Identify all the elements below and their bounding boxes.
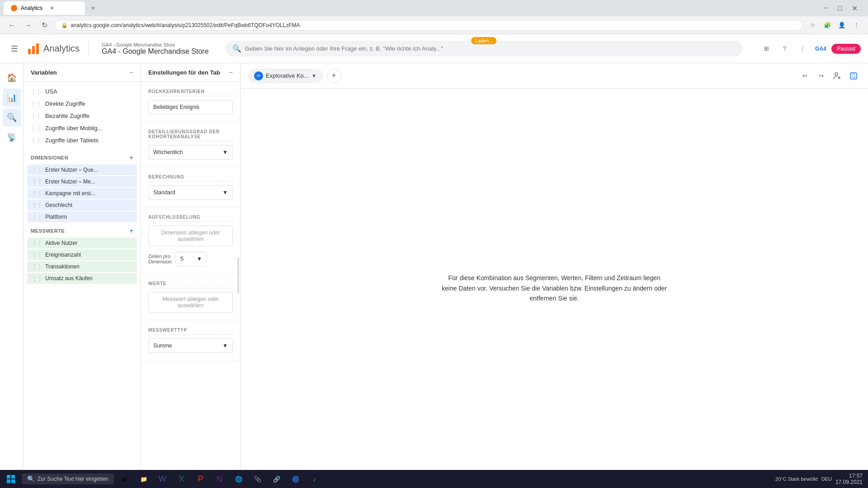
- redo-button[interactable]: ↪: [814, 69, 828, 83]
- messwerttyp-dropdown[interactable]: Summe ▼: [148, 338, 233, 353]
- metric-label: Ereignisanzahl: [45, 252, 81, 258]
- maximize-button[interactable]: □: [834, 2, 846, 14]
- variables-panel: Variablen − ⋮⋮ USA ⋮⋮ Direkte Zugriffe ⋮…: [24, 63, 141, 488]
- search-icon: 🔍: [232, 44, 241, 53]
- sidebar-home-button[interactable]: 🏠: [3, 69, 21, 87]
- taskbar-explorer-icon[interactable]: 📁: [135, 470, 153, 488]
- minimize-button[interactable]: −: [819, 2, 832, 14]
- taskbar-word-icon[interactable]: W: [154, 470, 172, 488]
- taskbar-powerpoint-icon[interactable]: P: [192, 470, 210, 488]
- bookmark-icon[interactable]: ☆: [807, 19, 819, 32]
- svg-rect-7: [852, 73, 855, 75]
- extensions-icon[interactable]: 🧩: [821, 19, 834, 32]
- save-button[interactable]: [846, 69, 861, 83]
- browser-chrome: Analytics ✕ + − □ ✕: [0, 0, 868, 16]
- rueckkehrkriterien-field[interactable]: Beliebiges Ereignis: [148, 100, 233, 114]
- add-metric-button[interactable]: +: [129, 227, 133, 235]
- taskbar-app7-icon[interactable]: 🔗: [268, 470, 286, 488]
- forward-button[interactable]: →: [22, 19, 34, 32]
- explorative-tab[interactable]: ✏ Explorative Ko... ▼: [248, 69, 323, 83]
- more-icon[interactable]: ⋮: [850, 19, 863, 32]
- close-button[interactable]: ✕: [848, 2, 861, 14]
- zeilen-dropdown[interactable]: 5 ▼: [175, 252, 207, 266]
- apps-icon[interactable]: ⊞: [759, 42, 774, 56]
- topbar-search[interactable]: 🔍 Laden...: [225, 41, 743, 56]
- list-item[interactable]: ⋮⋮ Umsatz aus Käufen: [27, 273, 137, 284]
- tab-close-icon[interactable]: ✕: [50, 5, 54, 11]
- topbar-right: ⊞ ? ⋮ GA4 Paused: [759, 42, 861, 56]
- property-name: GA4 - Google Merchandise Store: [102, 47, 209, 56]
- list-item[interactable]: ⋮⋮ Ereignisanzahl: [27, 249, 137, 260]
- variables-collapse-button[interactable]: −: [130, 69, 133, 76]
- sidebar-reports-button[interactable]: 📊: [3, 89, 21, 107]
- viz-toolbar-right: ↩ ↪: [797, 69, 861, 83]
- taskbar-app8-icon[interactable]: 🌀: [287, 470, 305, 488]
- dimension-label: Erster Nutzer – Que...: [45, 167, 98, 173]
- settings-collapse-button[interactable]: −: [229, 69, 233, 76]
- settings-panel-header: Einstellungen für den Tab −: [141, 63, 240, 82]
- taskbar-chrome-icon[interactable]: 🌐: [230, 470, 248, 488]
- berechnung-dropdown[interactable]: Standard ▼: [148, 185, 233, 200]
- list-item[interactable]: ⋮⋮ USA: [24, 85, 141, 98]
- refresh-button[interactable]: ↻: [38, 19, 51, 32]
- svg-rect-8: [851, 76, 856, 78]
- list-item[interactable]: ⋮⋮ Kampagne mit erst...: [27, 188, 137, 199]
- rueckkehrkriterien-section: RÜCKKEHRKRITERIEN Beliebiges Ereignis: [141, 82, 240, 122]
- list-item[interactable]: ⋮⋮ Erster Nutzer – Me...: [27, 176, 137, 187]
- list-item[interactable]: ⋮⋮ Erster Nutzer – Que...: [27, 164, 137, 175]
- list-item[interactable]: ⋮⋮ Direkte Zugriffe: [24, 98, 141, 110]
- ga4-icon[interactable]: GA4: [813, 42, 828, 56]
- metric-label: Transaktionen: [45, 263, 80, 270]
- detaillierungsgrad-dropdown[interactable]: Wöchentlich ▼: [148, 145, 233, 160]
- taskbar-onenote-icon[interactable]: N: [211, 470, 229, 488]
- list-item[interactable]: ⋮⋮ Zugriffe über Tablets: [24, 134, 141, 146]
- aufschluesselung-drop-zone[interactable]: Dimension ablegen oder auswählen: [148, 225, 233, 246]
- taskbar-excel-icon[interactable]: X: [173, 470, 191, 488]
- profile-icon[interactable]: 👤: [835, 19, 848, 32]
- werte-drop-zone[interactable]: Messwert ablegen oder auswählen: [148, 292, 233, 313]
- tab-label: Explorative Ko...: [266, 72, 309, 79]
- list-item[interactable]: ⋮⋮ Transaktionen: [27, 261, 137, 272]
- topbar-title: GA4 - Google Merchandise Store GA4 - Goo…: [102, 42, 209, 56]
- sidebar-explore-button[interactable]: 🔍: [3, 108, 21, 127]
- list-item[interactable]: ⋮⋮ Bezahlte Zugriffe: [24, 110, 141, 122]
- taskbar-search[interactable]: 🔍 Zur Suche Text hier eingeben: [22, 474, 114, 484]
- windows-icon: [6, 474, 15, 483]
- chevron-down-icon: ▼: [222, 189, 228, 196]
- new-tab-button[interactable]: +: [87, 2, 99, 14]
- taskbar-spotify-icon[interactable]: ♪: [306, 470, 324, 488]
- help-icon[interactable]: ?: [777, 42, 792, 56]
- add-user-icon: [833, 72, 841, 80]
- list-item[interactable]: ⋮⋮ Plattform: [27, 211, 137, 222]
- list-item[interactable]: ⋮⋮ Zugriffe über Mobilg...: [24, 122, 141, 134]
- chevron-down-icon: ▼: [222, 149, 228, 155]
- taskbar-apps-icon[interactable]: ⊞: [116, 470, 134, 488]
- more-options-icon[interactable]: ⋮: [795, 42, 810, 56]
- start-button[interactable]: [0, 470, 22, 488]
- dimensions-list: ⋮⋮ Erster Nutzer – Que... ⋮⋮ Erster Nutz…: [24, 164, 141, 223]
- browser-tab[interactable]: Analytics ✕: [4, 1, 85, 15]
- add-tab-button[interactable]: +: [327, 69, 341, 83]
- undo-button[interactable]: ↩: [797, 69, 812, 83]
- sidebar-advertising-button[interactable]: 📡: [3, 128, 21, 146]
- zeilen-value: 5: [180, 256, 184, 262]
- profile-button[interactable]: Paused: [831, 44, 861, 54]
- search-input[interactable]: [245, 45, 736, 52]
- metrics-section-header: MESSWERTE +: [24, 223, 141, 237]
- list-item[interactable]: ⋮⋮ Aktive Nutzer: [27, 238, 137, 249]
- scrollbar[interactable]: [237, 258, 239, 294]
- hamburger-button[interactable]: ☰: [7, 42, 22, 56]
- taskbar-app6-icon[interactable]: 📎: [249, 470, 267, 488]
- variables-panel-title: Variablen: [31, 69, 57, 76]
- werte-label: WERTE: [148, 281, 233, 288]
- detaillierungsgrad-label: DETAILLIERUNGSGRAD DER KOHORTENANALYSE: [148, 129, 233, 141]
- back-button[interactable]: ←: [5, 19, 18, 32]
- add-user-button[interactable]: [830, 69, 844, 83]
- berechnung-label: BERECHNUNG: [148, 174, 233, 182]
- address-bar[interactable]: 🔒 analytics.google.com/analytics/web/#/a…: [54, 20, 803, 31]
- add-dimension-button[interactable]: +: [129, 154, 133, 162]
- segment-label: Direkte Zugriffe: [45, 100, 85, 107]
- divider: [89, 42, 89, 56]
- list-item[interactable]: ⋮⋮ Geschlecht: [27, 200, 137, 211]
- metrics-list: ⋮⋮ Aktive Nutzer ⋮⋮ Ereignisanzahl ⋮⋮ Tr…: [24, 237, 141, 285]
